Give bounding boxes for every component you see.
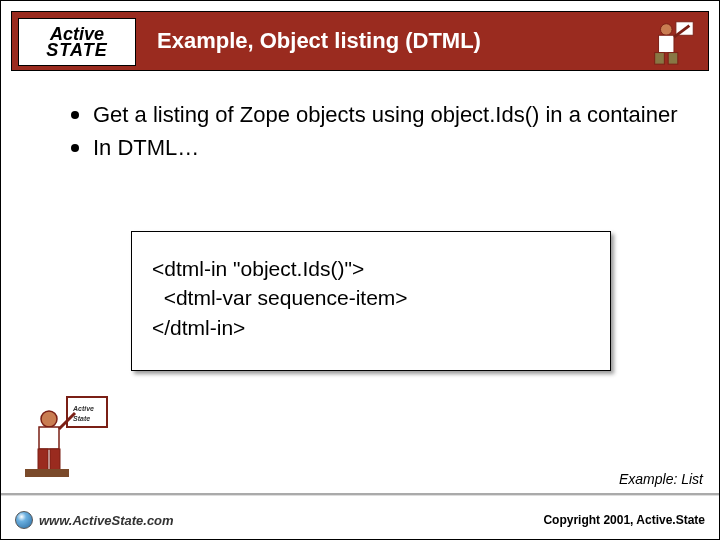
list-item: In DTML… <box>71 134 679 163</box>
slide-title: Example, Object listing (DTML) <box>157 28 481 54</box>
svg-rect-2 <box>659 35 674 52</box>
footer-url: www.ActiveState.com <box>15 511 174 529</box>
svg-rect-12 <box>50 449 60 471</box>
bullet-dot-icon <box>71 144 79 152</box>
logo-line2: STATE <box>46 42 107 58</box>
code-box: <dtml-in "object.Ids()"> <dtml-var seque… <box>131 231 611 371</box>
example-label: Example: List <box>619 471 703 487</box>
code-line: <dtml-in "object.Ids()"> <box>152 254 590 283</box>
svg-rect-6 <box>67 397 107 427</box>
url-text: www.ActiveState.com <box>39 513 174 528</box>
divider <box>1 493 719 495</box>
globe-icon <box>15 511 33 529</box>
copyright-text: Copyright 2001, Active.State <box>543 513 705 527</box>
svg-text:State: State <box>73 415 90 422</box>
svg-rect-14 <box>25 469 69 477</box>
bullet-list: Get a listing of Zope objects using obje… <box>71 101 679 166</box>
svg-rect-4 <box>668 53 678 65</box>
svg-text:Active: Active <box>72 405 94 412</box>
svg-rect-3 <box>655 53 665 65</box>
bullet-dot-icon <box>71 111 79 119</box>
bullet-text: Get a listing of Zope objects using obje… <box>93 101 678 130</box>
svg-rect-11 <box>38 449 48 471</box>
svg-point-1 <box>660 24 672 36</box>
footer: www.ActiveState.com Copyright 2001, Acti… <box>1 501 719 539</box>
slide: Active STATE Example, Object listing (DT… <box>0 0 720 540</box>
worker-icon <box>646 16 700 68</box>
svg-point-9 <box>41 411 57 427</box>
code-line: <dtml-var sequence-item> <box>152 283 590 312</box>
svg-rect-10 <box>39 427 59 449</box>
title-bar: Active STATE Example, Object listing (DT… <box>11 11 709 71</box>
list-item: Get a listing of Zope objects using obje… <box>71 101 679 130</box>
bullet-text: In DTML… <box>93 134 199 163</box>
activestate-logo: Active STATE <box>18 18 136 66</box>
painter-icon: Active State <box>23 391 113 481</box>
code-line: </dtml-in> <box>152 313 590 342</box>
